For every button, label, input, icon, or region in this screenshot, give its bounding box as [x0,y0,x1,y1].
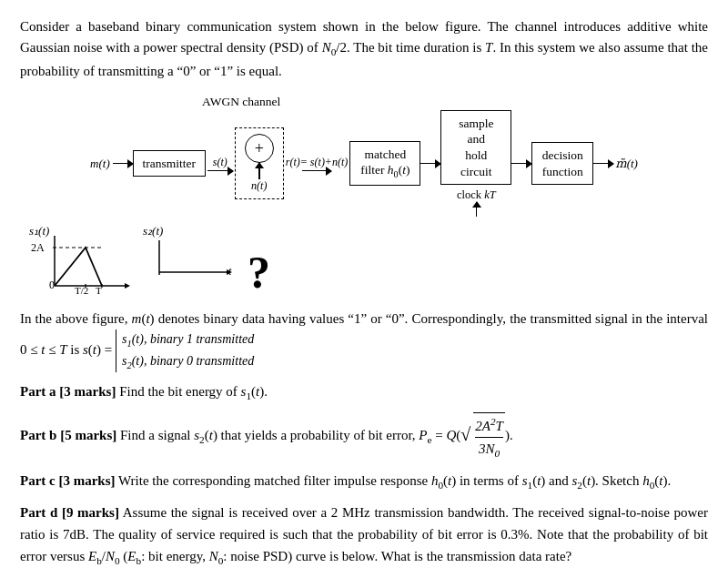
clock-label: clock kT [457,188,496,202]
s2-signal-area: s₂(t) t [143,222,234,295]
s-signal: s(t) [207,156,233,172]
part-c: Part c [3 marks] Write the corresponding… [20,470,708,493]
s2-graph: s₂(t) t [143,222,234,295]
svg-text:T/2: T/2 [75,285,88,295]
sample-hold-area: sample andhold circuit clock kT [440,110,511,217]
sample-hold-block: sample andhold circuit [440,110,511,185]
r-signal: r(t)= s(t)+n(t) [286,156,349,172]
transmitter-block: transmitter [133,150,206,177]
matched-filter-block: matchedfilter h0(t) [349,141,420,186]
awgn-channel-box: + n(t) [235,127,284,199]
svg-text:s₁(t): s₁(t) [29,224,49,238]
s1-graph: s₁(t) 2A 0 T/2 T [29,222,134,295]
body-text: In the above figure, m(t) denotes binary… [20,308,708,569]
part-b: Part b [5 marks] Find a signal s2(t) tha… [20,412,708,461]
noise-input: n(t) [251,163,267,193]
adder-circle: + [245,134,274,163]
part-d: Part d [9 marks] Assume the signal is re… [20,502,708,569]
sh-to-df-arrow [511,163,531,165]
question-mark: ? [248,249,270,295]
svg-text:0: 0 [49,279,55,291]
description-paragraph: In the above figure, m(t) denotes binary… [20,308,708,372]
m-input: m(t) [90,157,133,171]
m-label: m(t) [90,157,110,171]
svg-text:2A: 2A [31,241,45,254]
output-arrow: m̃(t) [593,157,638,171]
mf-to-sh-arrow [420,163,440,165]
adder-container: + n(t) [245,134,274,193]
svg-text:T: T [96,285,102,295]
system-diagram: AWGN channel m(t) transmitter s(t) [20,95,708,295]
lower-signals-row: s₁(t) 2A 0 T/2 T [20,222,708,295]
awgn-label: AWGN channel [202,95,280,109]
part-a: Part a [3 marks] Find the bit energy of … [20,380,708,404]
decision-block: decisionfunction [531,142,593,185]
svg-marker-5 [125,283,130,289]
intro-paragraph: Consider a baseband binary communication… [20,16,708,82]
svg-text:t: t [228,265,232,278]
clock-line [476,202,478,217]
signal-flow-row: m(t) transmitter s(t) + [90,110,638,217]
svg-text:s₂(t): s₂(t) [143,224,163,238]
s1-signal-area: s₁(t) 2A 0 T/2 T [29,222,134,295]
adder-row: + n(t) [245,134,274,193]
